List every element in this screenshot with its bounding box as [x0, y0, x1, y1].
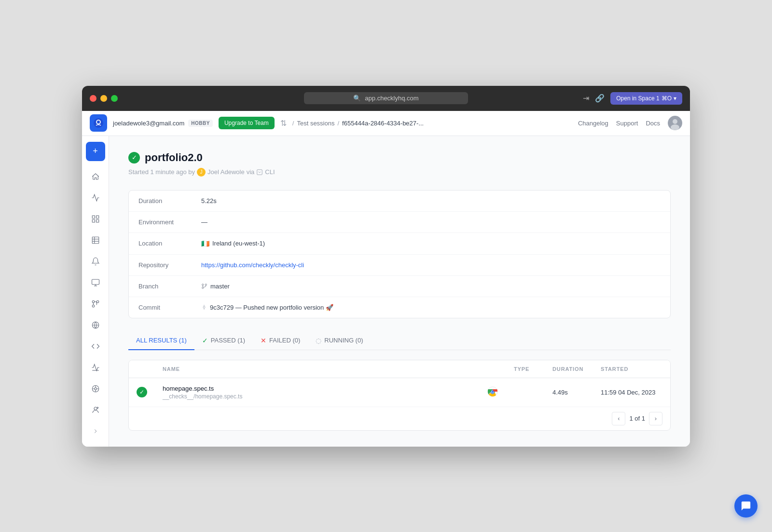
svg-point-35: [205, 284, 207, 285]
info-row-location: Location 🇮🇪 Ireland (eu-west-1): [129, 233, 670, 255]
sidebar-item-code[interactable]: [86, 337, 105, 356]
info-row-commit: Commit 9c3c729 — Pushed new portfolio ve…: [129, 297, 670, 318]
nav-expand-icon[interactable]: ⇅: [280, 119, 287, 128]
row-duration-cell: 4.49s: [545, 378, 593, 407]
browser-titlebar: 🔍 app.checklyhq.com ⇥ 🔗 Open in Space 1 …: [82, 86, 690, 111]
row-name-cell: homepage.spec.ts __checks__/homepage.spe…: [155, 378, 479, 407]
sidebar-item-git[interactable]: [86, 294, 105, 314]
tab-running[interactable]: ◌ RUNNING (0): [308, 332, 371, 350]
tab-all-results[interactable]: ALL RESULTS (1): [128, 332, 194, 350]
sidebar-item-table[interactable]: [86, 231, 105, 250]
row-status-cell: ✓: [129, 378, 155, 407]
sidebar: +: [82, 136, 109, 447]
author-avatar: J: [197, 168, 206, 177]
traffic-lights: [90, 95, 118, 102]
info-row-repository: Repository https://github.com/checkly/ch…: [129, 255, 670, 276]
user-email: joeladewole3@gmail.com: [113, 120, 184, 127]
status-icon: ✓: [128, 152, 140, 164]
avatar[interactable]: [668, 116, 682, 130]
svg-rect-8: [92, 219, 95, 222]
sidebar-item-location[interactable]: [86, 379, 105, 398]
url-text: app.checklyhq.com: [365, 95, 418, 102]
sidebar-item-bell[interactable]: [86, 252, 105, 271]
breadcrumb-test-sessions[interactable]: Test sessions: [297, 120, 334, 127]
sidebar-expand-button[interactable]: [86, 422, 105, 441]
changelog-link[interactable]: Changelog: [578, 120, 608, 127]
ireland-flag: 🇮🇪: [201, 240, 209, 247]
info-row-duration: Duration 5.22s: [129, 191, 670, 212]
add-button[interactable]: +: [86, 142, 105, 161]
breadcrumb-current: f655444a-2846-4334-be27-...: [342, 120, 424, 127]
svg-point-5: [671, 124, 679, 130]
results-table-wrap: NAME TYPE DURATION STARTED ✓: [128, 360, 671, 431]
svg-point-2: [97, 121, 100, 123]
row-success-icon: ✓: [137, 387, 147, 397]
svg-point-42: [492, 390, 494, 393]
close-button[interactable]: [90, 95, 96, 102]
col-type-icon: [479, 360, 506, 378]
tab-failed[interactable]: ✕ FAILED (0): [253, 332, 308, 350]
tab-passed[interactable]: ✓ PASSED (1): [194, 332, 253, 350]
user-info: joeladewole3@gmail.com HOBBY: [113, 120, 213, 127]
svg-point-36: [203, 306, 205, 308]
bookmark-icon[interactable]: 🔗: [595, 94, 605, 103]
share-icon[interactable]: ⇥: [583, 94, 589, 103]
branch-label: Branch: [138, 283, 201, 290]
svg-point-19: [96, 300, 99, 303]
docs-link[interactable]: Docs: [646, 120, 660, 127]
sidebar-item-globe[interactable]: [86, 315, 105, 335]
location-label: Location: [138, 240, 201, 247]
col-started: STARTED: [593, 360, 670, 378]
svg-rect-14: [92, 279, 99, 285]
repository-label: Repository: [138, 261, 201, 269]
open-in-shortcut: ⌘O: [662, 95, 672, 102]
sidebar-item-user-settings[interactable]: [86, 400, 105, 420]
svg-point-4: [673, 119, 677, 124]
sidebar-item-activity[interactable]: [86, 188, 105, 207]
spec-name: homepage.spec.ts: [163, 385, 471, 392]
svg-point-29: [94, 407, 97, 410]
results-table: NAME TYPE DURATION STARTED ✓: [129, 360, 670, 407]
page-title-area: ✓ portfolio2.0: [128, 151, 671, 164]
table-row[interactable]: ✓ homepage.spec.ts __checks__/homepage.s…: [129, 378, 670, 407]
support-link[interactable]: Support: [616, 120, 638, 127]
sidebar-item-monitor[interactable]: [86, 273, 105, 292]
info-row-branch: Branch master: [129, 276, 670, 297]
terminal-icon: [256, 169, 263, 176]
sidebar-item-chart[interactable]: [86, 358, 105, 377]
address-bar[interactable]: 🔍 app.checklyhq.com: [304, 92, 468, 104]
branch-value: master: [201, 283, 230, 290]
branch-icon: [201, 283, 207, 289]
location-value: 🇮🇪 Ireland (eu-west-1): [201, 240, 265, 247]
svg-rect-9: [96, 219, 98, 222]
commit-value: 9c3c729 — Pushed new portfolio version 🚀: [201, 304, 333, 311]
sidebar-item-home[interactable]: [86, 167, 105, 186]
duration-label: Duration: [138, 197, 201, 205]
repository-value: https://github.com/checkly/checkly-cli: [201, 261, 304, 269]
open-in-label: Open in Space 1: [616, 95, 659, 102]
minimize-button[interactable]: [100, 95, 107, 102]
chevron-down-icon: ▾: [674, 95, 676, 102]
commit-label: Commit: [138, 304, 201, 311]
main-content: ✓ portfolio2.0 Started 1 minute ago by J…: [109, 136, 690, 447]
upgrade-button[interactable]: Upgrade to Team: [219, 117, 275, 129]
maximize-button[interactable]: [111, 95, 118, 102]
svg-point-18: [92, 305, 95, 307]
prev-page-button[interactable]: ‹: [612, 412, 625, 425]
chat-button[interactable]: [734, 494, 758, 518]
open-in-space-button[interactable]: Open in Space 1 ⌘O ▾: [610, 92, 682, 105]
col-type: TYPE: [506, 360, 545, 378]
chrome-icon: [487, 386, 498, 397]
tab-passed-label: PASSED (1): [211, 337, 245, 344]
page-title: portfolio2.0: [145, 151, 203, 164]
info-row-environment: Environment —: [129, 212, 670, 233]
page-info: 1 of 1: [629, 415, 645, 422]
sidebar-item-grid[interactable]: [86, 209, 105, 229]
page-subtitle: Started 1 minute ago by J Joel Adewole v…: [128, 168, 671, 177]
info-card: Duration 5.22s Environment — Location 🇮🇪…: [128, 190, 671, 318]
svg-point-24: [94, 387, 96, 390]
col-name: NAME: [155, 360, 479, 378]
repository-link[interactable]: https://github.com/checkly/checkly-cli: [201, 261, 304, 269]
nav-right: Changelog Support Docs: [578, 116, 682, 130]
next-page-button[interactable]: ›: [649, 412, 662, 425]
